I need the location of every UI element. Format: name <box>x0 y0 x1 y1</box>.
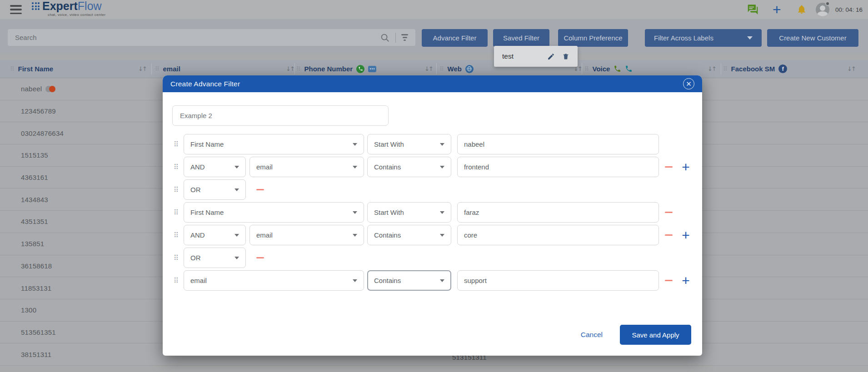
cancel-button[interactable]: Cancel <box>581 331 603 339</box>
field-select[interactable]: email <box>249 157 364 177</box>
remove-condition-button[interactable] <box>664 280 673 282</box>
remove-condition-button[interactable] <box>664 166 673 168</box>
operator-select[interactable]: Start With <box>367 202 451 223</box>
cell-first-name: nabeel <box>21 85 42 93</box>
remove-condition-button[interactable] <box>664 212 673 213</box>
field-select[interactable]: email <box>249 225 364 245</box>
drag-handle-icon[interactable]: ⠿ <box>174 163 179 171</box>
drag-handle-icon[interactable]: ⠿ <box>174 277 179 285</box>
search-input[interactable] <box>8 29 380 46</box>
field-select-value: First Name <box>190 140 224 148</box>
drag-handle-icon[interactable]: ⠿ <box>174 186 179 194</box>
add-icon[interactable]: + <box>773 0 781 19</box>
column-drag-icon[interactable]: ⠿ <box>723 65 728 72</box>
notification-bell-icon[interactable] <box>797 0 807 19</box>
column-label: email <box>163 65 180 73</box>
drag-handle-icon[interactable]: ⠿ <box>174 254 179 262</box>
cell-first-name: 1300 <box>21 306 36 314</box>
search-icon[interactable] <box>380 33 390 43</box>
facebook-icon: f <box>778 64 787 73</box>
filter-condition-row: ⠿First NameStart With <box>163 134 702 154</box>
drag-handle-icon[interactable]: ⠿ <box>174 208 179 217</box>
field-select[interactable]: First Name <box>184 134 364 154</box>
chevron-down-icon <box>747 36 753 40</box>
edit-icon[interactable] <box>547 53 555 60</box>
column-drag-icon[interactable]: ⠿ <box>296 65 301 72</box>
delete-trash-icon[interactable] <box>562 53 569 60</box>
add-condition-button[interactable]: + <box>680 271 692 290</box>
operator-select-value: Contains <box>374 231 401 239</box>
logic-select[interactable]: AND <box>184 225 246 245</box>
save-and-apply-button[interactable]: Save and Apply <box>620 325 691 345</box>
column-first-name[interactable]: ⠿ First Name <box>10 60 53 78</box>
sort-icon[interactable]: ↓↑ <box>708 60 716 78</box>
cell-first-name: 135851 <box>21 240 44 248</box>
condition-value-input[interactable] <box>457 202 659 223</box>
hamburger-menu-icon[interactable] <box>10 5 22 14</box>
close-icon[interactable]: ✕ <box>683 78 694 89</box>
brand-logo: ExpertFlow <box>42 0 102 13</box>
condition-value-input[interactable] <box>457 157 659 177</box>
column-preference-button[interactable]: Column Preference <box>558 29 628 47</box>
cell-first-name: 1515135 <box>21 151 48 159</box>
chevron-down-icon <box>440 166 444 169</box>
remove-condition-button[interactable] <box>256 257 264 259</box>
web-icon <box>465 65 474 73</box>
saved-filter-item-test[interactable]: test <box>502 52 547 60</box>
voice-call-teal-icon <box>625 65 633 73</box>
remove-condition-button[interactable] <box>256 189 264 191</box>
logic-select[interactable]: OR <box>184 248 246 268</box>
chevron-down-icon <box>440 279 444 282</box>
drag-handle-icon[interactable]: ⠿ <box>174 231 179 239</box>
operator-select[interactable]: Start With <box>367 134 451 154</box>
chat-icon[interactable] <box>747 0 759 19</box>
advance-filter-button[interactable]: Advance Filter <box>422 29 488 47</box>
column-label: First Name <box>18 65 54 73</box>
saved-filter-menu: test <box>494 46 578 67</box>
add-condition-button[interactable]: + <box>680 158 692 177</box>
chevron-down-icon <box>353 279 357 282</box>
field-select[interactable]: First Name <box>184 202 364 223</box>
column-drag-icon[interactable]: ⠿ <box>10 65 15 72</box>
add-condition-button[interactable]: + <box>680 226 692 245</box>
filter-across-labels-button[interactable]: Filter Across Labels <box>645 29 762 47</box>
chevron-down-icon <box>353 166 357 169</box>
brand-tagline: chat, voice, video contact center <box>48 13 106 17</box>
logic-select[interactable]: OR <box>184 179 246 200</box>
logic-select[interactable]: AND <box>184 157 246 177</box>
operator-select-value: Start With <box>374 208 404 216</box>
condition-value-input[interactable] <box>457 225 659 245</box>
column-drag-icon[interactable]: ⠿ <box>584 65 589 72</box>
field-select[interactable]: email <box>184 270 364 291</box>
chevron-down-icon <box>234 234 239 237</box>
brand-name-light: Flow <box>78 0 102 12</box>
filter-name-input[interactable] <box>172 105 389 126</box>
filter-condition-row: ⠿OR <box>163 179 702 200</box>
saved-filter-button[interactable]: Saved Filter <box>493 29 549 47</box>
chevron-down-icon <box>440 143 444 146</box>
create-new-customer-button[interactable]: Create New Customer <box>767 29 858 47</box>
sort-icon[interactable]: ↓↑ <box>138 60 146 78</box>
logic-select-value: OR <box>190 254 201 262</box>
operator-select[interactable]: Contains <box>367 157 451 177</box>
column-drag-icon[interactable]: ⠿ <box>155 65 160 72</box>
sort-icon[interactable]: ↓↑ <box>847 60 855 78</box>
search-field <box>8 29 415 46</box>
sms-icon <box>368 66 376 72</box>
condition-value-input[interactable] <box>457 270 659 291</box>
column-drag-icon[interactable]: ⠿ <box>439 65 444 72</box>
column-facebook-sm[interactable]: ⠿ Facebook SM f <box>723 60 787 78</box>
cell-first-name: 513561351 <box>21 328 56 336</box>
operator-select-value: Contains <box>374 163 401 171</box>
filter-lines-icon[interactable] <box>401 34 408 41</box>
remove-condition-button[interactable] <box>664 234 673 236</box>
operator-select[interactable]: Contains <box>367 270 451 291</box>
drag-handle-icon[interactable]: ⠿ <box>174 140 179 149</box>
session-timer: 00: 04: 16 <box>835 0 863 19</box>
cell-first-name: 36158618 <box>21 262 52 270</box>
brand-name-bold: Expert <box>42 0 78 12</box>
condition-value-input[interactable] <box>457 134 659 154</box>
filter-condition-row: ⠿OR <box>163 248 702 268</box>
operator-select[interactable]: Contains <box>367 225 451 245</box>
cell-first-name: 4351351 <box>21 218 48 225</box>
